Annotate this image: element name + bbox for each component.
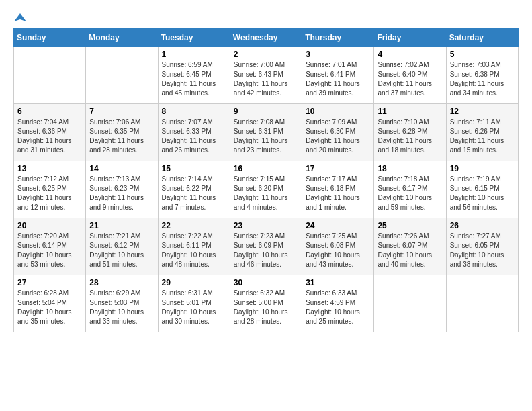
daylight-text: Daylight: 11 hours and 9 minutes.	[89, 193, 154, 212]
day-info: Sunrise: 7:01 AMSunset: 6:41 PMDaylight:…	[306, 60, 370, 98]
day-number: 11	[378, 107, 442, 116]
page-header	[13, 13, 519, 21]
day-info: Sunrise: 7:21 AMSunset: 6:12 PMDaylight:…	[89, 232, 154, 269]
daylight-text: Daylight: 11 hours and 26 minutes.	[162, 136, 226, 155]
calendar-cell: 23Sunrise: 7:23 AMSunset: 6:09 PMDayligh…	[230, 218, 302, 275]
daylight-text: Daylight: 11 hours and 37 minutes.	[378, 79, 442, 98]
day-number: 15	[162, 164, 226, 173]
sunset-text: Sunset: 6:05 PM	[450, 241, 515, 250]
sunset-text: Sunset: 6:23 PM	[89, 184, 154, 193]
day-info: Sunrise: 7:25 AMSunset: 6:08 PMDaylight:…	[306, 232, 370, 269]
day-number: 17	[306, 164, 370, 173]
day-info: Sunrise: 7:14 AMSunset: 6:22 PMDaylight:…	[162, 175, 226, 212]
calendar-cell: 31Sunrise: 6:33 AMSunset: 4:59 PMDayligh…	[302, 275, 374, 332]
sunrise-text: Sunrise: 7:00 AM	[234, 60, 298, 70]
daylight-text: Daylight: 10 hours and 30 minutes.	[162, 308, 226, 326]
day-info: Sunrise: 7:22 AMSunset: 6:11 PMDaylight:…	[162, 232, 226, 269]
daylight-text: Daylight: 11 hours and 4 minutes.	[234, 193, 298, 212]
sunset-text: Sunset: 6:31 PM	[234, 127, 298, 136]
sunset-text: Sunset: 6:20 PM	[234, 184, 298, 193]
calendar-cell: 6Sunrise: 7:04 AMSunset: 6:36 PMDaylight…	[14, 104, 86, 161]
sunset-text: Sunset: 6:14 PM	[17, 241, 82, 250]
calendar-cell: 11Sunrise: 7:10 AMSunset: 6:28 PMDayligh…	[374, 104, 446, 161]
sunrise-text: Sunrise: 7:26 AM	[378, 232, 442, 241]
day-info: Sunrise: 7:23 AMSunset: 6:09 PMDaylight:…	[234, 232, 298, 269]
daylight-text: Daylight: 11 hours and 34 minutes.	[450, 79, 515, 98]
day-info: Sunrise: 7:18 AMSunset: 6:17 PMDaylight:…	[378, 175, 442, 212]
day-info: Sunrise: 7:17 AMSunset: 6:18 PMDaylight:…	[306, 175, 370, 212]
calendar-cell: 16Sunrise: 7:15 AMSunset: 6:20 PMDayligh…	[230, 161, 302, 218]
sunrise-text: Sunrise: 6:28 AM	[17, 289, 82, 298]
day-number: 8	[162, 107, 226, 116]
day-number: 4	[378, 50, 442, 59]
daylight-text: Daylight: 11 hours and 1 minute.	[306, 193, 370, 212]
calendar-cell: 18Sunrise: 7:18 AMSunset: 6:17 PMDayligh…	[374, 161, 446, 218]
daylight-text: Daylight: 11 hours and 18 minutes.	[378, 136, 442, 155]
daylight-text: Daylight: 11 hours and 23 minutes.	[234, 136, 298, 155]
sunset-text: Sunset: 6:09 PM	[234, 241, 298, 250]
weekday-header-wednesday: Wednesday	[230, 29, 302, 47]
sunset-text: Sunset: 6:18 PM	[306, 184, 370, 193]
day-number: 14	[89, 164, 154, 173]
sunset-text: Sunset: 6:07 PM	[378, 241, 442, 250]
daylight-text: Daylight: 11 hours and 15 minutes.	[450, 136, 515, 155]
calendar-cell: 5Sunrise: 7:03 AMSunset: 6:38 PMDaylight…	[446, 47, 518, 104]
sunset-text: Sunset: 6:43 PM	[234, 70, 298, 79]
sunrise-text: Sunrise: 7:06 AM	[89, 118, 154, 127]
day-info: Sunrise: 7:07 AMSunset: 6:33 PMDaylight:…	[162, 118, 226, 155]
day-info: Sunrise: 7:04 AMSunset: 6:36 PMDaylight:…	[17, 118, 82, 155]
calendar-cell: 1Sunrise: 6:59 AMSunset: 6:45 PMDaylight…	[158, 47, 230, 104]
day-number: 16	[234, 164, 298, 173]
calendar-cell: 22Sunrise: 7:22 AMSunset: 6:11 PMDayligh…	[158, 218, 230, 275]
calendar-cell: 24Sunrise: 7:25 AMSunset: 6:08 PMDayligh…	[302, 218, 374, 275]
sunrise-text: Sunrise: 6:31 AM	[162, 289, 226, 298]
day-number: 3	[306, 50, 370, 59]
day-info: Sunrise: 6:28 AMSunset: 5:04 PMDaylight:…	[17, 289, 82, 326]
day-info: Sunrise: 7:06 AMSunset: 6:35 PMDaylight:…	[89, 118, 154, 155]
calendar-cell	[446, 275, 518, 332]
day-info: Sunrise: 6:59 AMSunset: 6:45 PMDaylight:…	[162, 60, 226, 98]
calendar-cell: 19Sunrise: 7:19 AMSunset: 6:15 PMDayligh…	[446, 161, 518, 218]
sunset-text: Sunset: 4:59 PM	[306, 298, 370, 308]
sunrise-text: Sunrise: 6:33 AM	[306, 289, 370, 298]
daylight-text: Daylight: 11 hours and 7 minutes.	[162, 193, 226, 212]
day-info: Sunrise: 7:10 AMSunset: 6:28 PMDaylight:…	[378, 118, 442, 155]
daylight-text: Daylight: 10 hours and 35 minutes.	[17, 308, 82, 326]
sunrise-text: Sunrise: 6:32 AM	[234, 289, 298, 298]
day-number: 20	[17, 221, 82, 230]
sunset-text: Sunset: 6:38 PM	[450, 70, 515, 79]
day-info: Sunrise: 7:13 AMSunset: 6:23 PMDaylight:…	[89, 175, 154, 212]
day-info: Sunrise: 7:15 AMSunset: 6:20 PMDaylight:…	[234, 175, 298, 212]
day-info: Sunrise: 7:19 AMSunset: 6:15 PMDaylight:…	[450, 175, 515, 212]
day-number: 5	[450, 50, 515, 59]
daylight-text: Daylight: 10 hours and 40 minutes.	[378, 250, 442, 269]
sunset-text: Sunset: 5:00 PM	[234, 298, 298, 308]
calendar-cell: 28Sunrise: 6:29 AMSunset: 5:03 PMDayligh…	[86, 275, 158, 332]
calendar-cell	[86, 47, 158, 104]
weekday-header-tuesday: Tuesday	[158, 29, 230, 47]
calendar-cell: 14Sunrise: 7:13 AMSunset: 6:23 PMDayligh…	[86, 161, 158, 218]
day-info: Sunrise: 7:26 AMSunset: 6:07 PMDaylight:…	[378, 232, 442, 269]
sunset-text: Sunset: 6:15 PM	[450, 184, 515, 193]
calendar-cell: 17Sunrise: 7:17 AMSunset: 6:18 PMDayligh…	[302, 161, 374, 218]
calendar-table: SundayMondayTuesdayWednesdayThursdayFrid…	[13, 28, 519, 332]
day-number: 19	[450, 164, 515, 173]
daylight-text: Daylight: 10 hours and 43 minutes.	[306, 250, 370, 269]
calendar-cell: 2Sunrise: 7:00 AMSunset: 6:43 PMDaylight…	[230, 47, 302, 104]
day-info: Sunrise: 7:00 AMSunset: 6:43 PMDaylight:…	[234, 60, 298, 98]
sunset-text: Sunset: 5:03 PM	[89, 298, 154, 308]
sunrise-text: Sunrise: 7:19 AM	[450, 175, 515, 184]
day-info: Sunrise: 6:33 AMSunset: 4:59 PMDaylight:…	[306, 289, 370, 326]
calendar-week-row: 20Sunrise: 7:20 AMSunset: 6:14 PMDayligh…	[14, 218, 519, 275]
calendar-week-row: 27Sunrise: 6:28 AMSunset: 5:04 PMDayligh…	[14, 275, 519, 332]
day-number: 26	[450, 221, 515, 230]
sunset-text: Sunset: 6:26 PM	[450, 127, 515, 136]
sunset-text: Sunset: 6:11 PM	[162, 241, 226, 250]
calendar-cell: 9Sunrise: 7:08 AMSunset: 6:31 PMDaylight…	[230, 104, 302, 161]
weekday-header-saturday: Saturday	[446, 29, 518, 47]
calendar-cell: 7Sunrise: 7:06 AMSunset: 6:35 PMDaylight…	[86, 104, 158, 161]
logo	[13, 13, 26, 21]
calendar-cell: 10Sunrise: 7:09 AMSunset: 6:30 PMDayligh…	[302, 104, 374, 161]
calendar-cell: 26Sunrise: 7:27 AMSunset: 6:05 PMDayligh…	[446, 218, 518, 275]
weekday-header-monday: Monday	[86, 29, 158, 47]
